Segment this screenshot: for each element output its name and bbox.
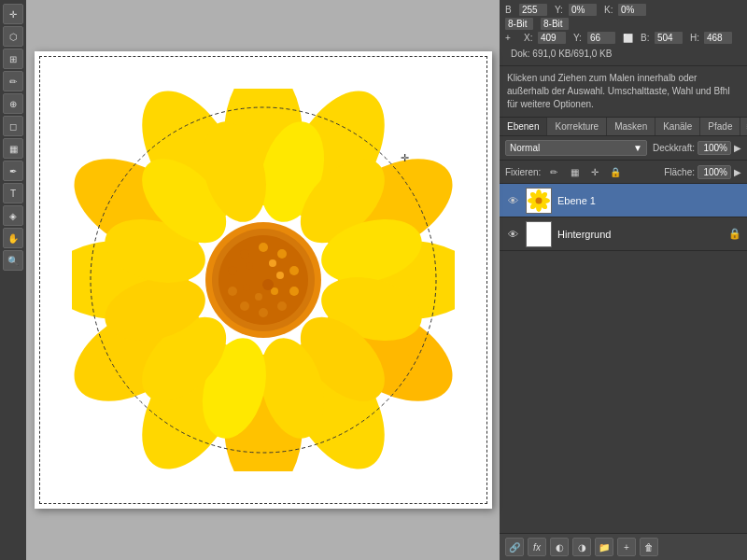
k-value: 0% [618,4,646,16]
h-value: 468 [704,32,732,44]
layer-thumb-flower-svg [528,189,550,212]
dok-row: Dok: 691,0 KB/691,0 KB [505,46,741,62]
left-toolbar: ✛ ⬡ ⊞ ✏ ⊕ ◻ ▦ ✒ T ◈ ✋ 🔍 [0,0,26,560]
b2-label: B: [641,33,652,43]
tool-text[interactable]: T [3,183,23,203]
layer-eye-hintergrund[interactable]: 👁 [505,227,520,242]
canvas-document: ✛ [35,51,492,509]
opacity-arrow: ▶ [734,143,741,153]
opacity-input[interactable]: 100% [698,141,731,155]
svg-point-30 [289,266,299,275]
info-group-h: H: 468 [690,32,732,44]
tool-lasso[interactable]: ⬡ [3,26,23,47]
layers-tabs: Ebenen Korrekture Masken Kanäle Pfade ≡ [500,118,747,136]
add-group-button[interactable]: 📁 [595,538,613,556]
info-group-b: B 255 [505,4,547,16]
info-row-bits: 8-Bit 8-Bit [505,18,741,30]
add-mask-button[interactable]: ◐ [550,538,569,556]
h-label: H: [690,33,701,43]
svg-point-42 [243,284,250,291]
k-label: K: [604,5,615,15]
tab-ebenen[interactable]: Ebenen [500,118,547,135]
fill-label: Fläche: [664,167,695,177]
tool-brush[interactable]: ✏ [3,71,23,91]
blend-mode-chevron: ▼ [633,143,642,153]
svg-point-39 [276,272,284,279]
info-group-y: Y: 0% [555,4,597,16]
tool-pen[interactable]: ✒ [3,161,23,181]
bit-right: 8-Bit [541,18,569,30]
link-layers-button[interactable]: 🔗 [505,538,524,556]
add-layer-button[interactable]: + [617,538,636,556]
fix-icon-gradient[interactable]: ▦ [567,164,582,179]
blend-mode-row: Normal ▼ Deckkraft: 100% ▶ [500,136,747,161]
svg-point-44 [262,279,274,290]
y-label: Y: [555,5,566,15]
blend-mode-select[interactable]: Normal ▼ [505,140,647,156]
tab-masken[interactable]: Masken [607,118,655,135]
layer-lock-icon: 🔒 [728,228,741,240]
layer-row-ebene1[interactable]: 👁 Ebene 1 [500,184,747,217]
blend-mode-value: Normal [510,143,540,153]
layer-eye-ebene1[interactable]: 👁 [505,193,520,208]
tool-gradient[interactable]: ▦ [3,138,23,159]
opacity-group: Deckkraft: 100% ▶ [653,141,741,155]
tool-eraser[interactable]: ◻ [3,116,23,136]
info-group-y2: Y: 66 [573,32,615,44]
fix-icon-lock[interactable]: 🔒 [608,164,623,179]
fill-arrow: ▶ [734,167,741,177]
layers-panel: Ebenen Korrekture Masken Kanäle Pfade ≡ … [500,118,747,560]
add-adjustment-button[interactable]: ◑ [572,538,591,556]
info-group-k: K: 0% [604,4,646,16]
y2-value: 66 [587,32,615,44]
tool-hand[interactable]: ✋ [3,228,23,248]
info-group-b2: B: 504 [641,32,683,44]
add-style-button[interactable]: fx [528,538,546,556]
b-value: 255 [519,4,547,16]
tool-zoom[interactable]: 🔍 [3,250,23,271]
dok-text: Dok: 691,0 KB/691,0 KB [511,49,612,59]
tool-move[interactable]: ✛ [3,4,23,24]
layer-row-hintergrund[interactable]: 👁 Hintergrund 🔒 [500,217,747,251]
y-value: 0% [569,4,597,16]
panel-menu-icon[interactable]: ≡ [740,118,747,135]
svg-point-43 [246,262,253,270]
fix-icon-pencil[interactable]: ✏ [546,164,561,179]
svg-point-38 [269,259,276,267]
svg-point-34 [240,301,249,311]
flower-image [72,89,455,471]
tool-clone[interactable]: ⊕ [3,93,23,114]
layer-name-ebene1: Ebene 1 [557,195,741,206]
svg-point-55 [536,197,543,203]
layer-thumb-hintergrund [526,221,552,247]
fix-row: Fixieren: ✏ ▦ ✛ 🔒 Fläche: 100% ▶ [500,161,747,184]
right-panel: B 255 Y: 0% K: 0% 8-Bit 8-Bit + X: 409 Y… [500,0,747,560]
layers-spacer [500,251,747,533]
delete-layer-button[interactable]: 🗑 [640,538,658,556]
svg-point-32 [277,301,287,311]
tool-shape[interactable]: ◈ [3,205,23,226]
layer-thumb-ebene1 [526,188,552,214]
svg-point-31 [289,287,299,296]
bit-left: 8-Bit [505,18,533,30]
svg-point-35 [228,287,237,296]
tab-pfade[interactable]: Pfade [700,118,740,135]
tool-crop[interactable]: ⊞ [3,49,23,69]
rect-icon: ⬜ [623,34,633,43]
tab-korrekture[interactable]: Korrekture [547,118,607,135]
opacity-label: Deckkraft: [653,143,695,153]
canvas-area: ✛ [26,0,500,560]
layer-name-hintergrund: Hintergrund [557,229,723,240]
svg-point-37 [240,249,249,259]
svg-point-33 [259,308,268,317]
tab-kanaele[interactable]: Kanäle [655,118,700,135]
svg-point-36 [228,266,237,275]
x-value: 409 [538,32,566,44]
info-row-top: B 255 Y: 0% K: 0% [505,4,741,16]
fix-icon-move[interactable]: ✛ [587,164,602,179]
b2-value: 504 [655,32,683,44]
fill-input[interactable]: 100% [698,165,731,179]
info-panel: B 255 Y: 0% K: 0% 8-Bit 8-Bit + X: 409 Y… [500,0,747,66]
svg-point-29 [277,249,287,259]
info-row-coords: + X: 409 Y: 66 ⬜ B: 504 H: 468 [505,32,741,44]
